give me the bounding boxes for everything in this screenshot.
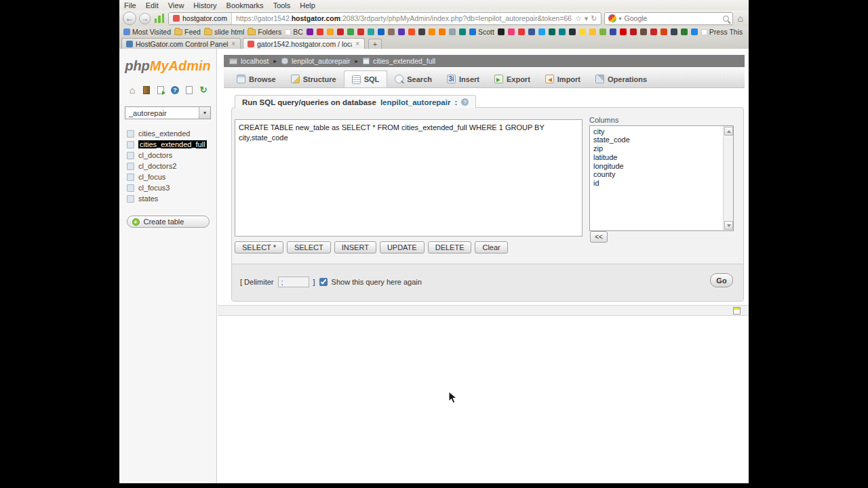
bookmark-favicon-icon[interactable] [660,28,667,35]
home-button-icon[interactable]: ⌂ [736,13,745,24]
column-item[interactable]: latitude [593,153,722,162]
tab-structure[interactable]: Structure [283,70,344,87]
column-item[interactable]: city [593,127,722,136]
bookmark-most-visited[interactable]: Most Visited [123,28,171,36]
help-icon[interactable]: ? [170,85,180,94]
bookmark-favicon-icon[interactable] [671,28,677,35]
url-bar[interactable]: hostgator.com https://gator1542.hostgato… [168,12,601,25]
back-button[interactable]: ← [123,12,136,25]
collapse-columns-button[interactable]: << [590,231,608,243]
go-button[interactable]: Go [710,273,733,287]
url-dropdown-icon[interactable]: ▾ [585,14,589,23]
bookmark-favicon-icon[interactable] [549,28,555,35]
bookmark-favicon-icon[interactable] [559,28,566,35]
sidebar-table-states[interactable]: states [119,193,216,204]
bookmark-favicon-icon[interactable] [528,28,535,35]
scroll-up-icon[interactable] [724,127,733,136]
bookmark-favicon-icon[interactable] [408,28,415,35]
bookmark-favicon-icon[interactable] [449,28,456,35]
column-item[interactable]: county [593,171,722,180]
sidebar-table-cities-extended-full[interactable]: cities_extended_full [119,139,216,150]
bookmark-favicon-icon[interactable] [388,28,395,35]
search-input[interactable] [625,14,720,22]
bookmark-favicon-icon[interactable] [498,28,505,35]
bookmark-favicon-icon[interactable] [589,28,596,35]
bookmark-folder-folders[interactable]: Folders [248,28,281,36]
bookmark-favicon-icon[interactable] [630,28,637,35]
bookmark-favicon-icon[interactable] [640,28,647,35]
column-item[interactable]: zip [593,145,722,154]
bookmark-press-this[interactable]: Press This [701,28,743,36]
bookmark-favicon-icon[interactable] [418,28,425,35]
tab-insert[interactable]: 3iInsert [439,70,487,87]
sql-query-textarea[interactable]: CREATE TABLE new_table as SELECT * FROM … [235,119,583,237]
search-magnifier-icon[interactable] [723,16,729,22]
menu-help[interactable]: Help [295,1,320,9]
query-window-icon[interactable] [733,307,741,314]
browser-tab-phpmyadmin[interactable]: gator1542.hostgator.com / localhost / le… [243,38,365,49]
bookmark-favicon-icon[interactable] [610,28,616,35]
bookmark-favicon-icon[interactable] [508,28,515,35]
bookmark-favicon-icon[interactable] [518,28,525,35]
menu-history[interactable]: History [189,1,221,9]
show-query-checkbox[interactable] [319,278,328,286]
stats-extension-icon[interactable] [153,14,165,24]
scroll-down-icon[interactable] [724,221,733,230]
bookmark-favicon-icon[interactable] [650,28,657,35]
legend-database-link[interactable]: lenpilot_autorepair [380,98,451,106]
tab-export[interactable]: Export [487,70,538,87]
bookmark-favicon-icon[interactable] [337,28,344,35]
tab-import[interactable]: Import [538,70,588,87]
sidebar-table-cl-focus[interactable]: cl_focus [119,171,216,182]
bookmark-favicon-icon[interactable] [357,28,364,35]
bookmark-favicon-icon[interactable] [579,28,586,35]
tab-browse[interactable]: Browse [229,70,283,87]
tab-close-icon[interactable]: × [231,40,236,47]
bookmark-favicon-icon[interactable] [538,28,545,35]
breadcrumb-table[interactable]: cities_extended_full [363,57,435,65]
clear-button[interactable]: Clear [475,241,507,253]
select-button[interactable]: SELECT [287,241,331,253]
bookmark-favicon-icon[interactable] [327,28,334,35]
sql-window-icon[interactable] [156,85,165,94]
search-box[interactable]: ▾ [604,12,733,25]
refresh-icon[interactable]: ↻ [199,85,208,94]
columns-listbox[interactable]: city state_code zip latitude longitude c… [589,125,734,231]
search-engine-dropdown-icon[interactable]: ▾ [619,16,622,22]
column-item[interactable]: longitude [593,162,722,171]
home-icon[interactable]: ⌂ [127,85,137,94]
listbox-scrollbar[interactable] [723,126,733,230]
bookmark-bc[interactable]: BC [285,28,303,36]
bookmark-favicon-icon[interactable] [459,28,466,35]
menu-tools[interactable]: Tools [269,1,296,9]
tab-sql[interactable]: SQL [344,70,388,87]
logout-icon[interactable] [142,85,151,94]
browser-tab-hostgator[interactable]: HostGator.com Control Panel × [121,38,241,49]
bookmark-favicon-icon[interactable] [368,28,374,35]
breadcrumb-database[interactable]: lenpilot_autorepair [281,57,350,65]
bookmark-favicon-icon[interactable] [347,28,354,35]
delimiter-input[interactable] [278,277,309,287]
bookmark-favicon-icon[interactable] [378,28,384,35]
menu-edit[interactable]: Edit [141,1,163,9]
bookmark-favicon-icon[interactable] [398,28,405,35]
new-tab-button[interactable]: + [368,39,382,49]
bookmark-favicon-icon[interactable] [620,28,627,35]
delete-button[interactable]: DELETE [428,241,472,253]
create-table-button[interactable]: + Create table [127,216,210,228]
bookmark-favicon-icon[interactable] [429,28,435,35]
bookmark-scott[interactable]: Scott [469,28,494,36]
select-star-button[interactable]: SELECT * [235,241,283,253]
bookmark-favicon-icon[interactable] [681,28,688,35]
bookmark-favicon-icon[interactable] [317,28,323,35]
tab-search[interactable]: Search [387,70,439,87]
tab-close-icon[interactable]: × [355,40,360,47]
update-button[interactable]: UPDATE [380,241,425,253]
menu-bookmarks[interactable]: Bookmarks [222,1,269,9]
bookmark-favicon-icon[interactable] [439,28,446,35]
column-item[interactable]: state_code [593,136,722,145]
breadcrumb-server[interactable]: localhost [229,57,269,65]
bookmark-folder-slide-html[interactable]: slide html [204,28,244,36]
sidebar-table-cl-doctors2[interactable]: cl_doctors2 [119,161,216,171]
bookmark-favicon-icon[interactable] [569,28,576,35]
